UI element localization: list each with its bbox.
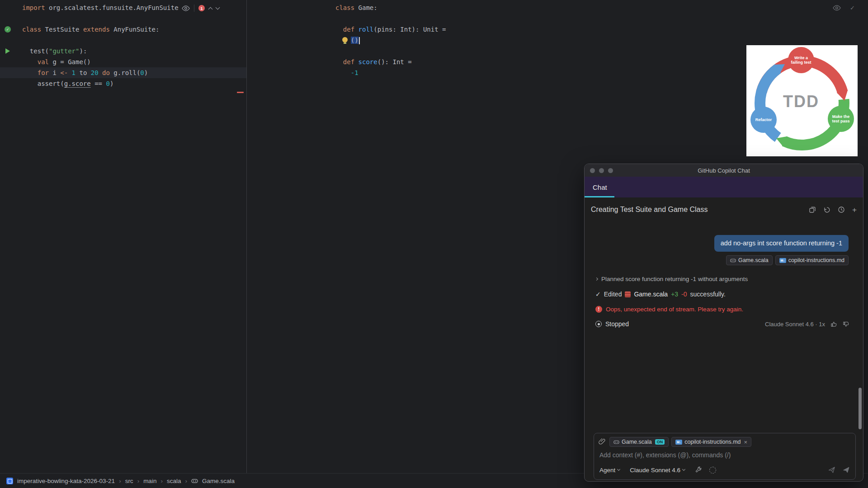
code-line[interactable]: [0, 35, 246, 46]
previous-error-icon[interactable]: [208, 7, 213, 11]
step-planned[interactable]: Planned score function returning -1 with…: [595, 276, 748, 282]
tdd-center-label: TDD: [774, 92, 828, 111]
code-token: assert(: [22, 80, 64, 87]
input-attachments: Game.scala ON M↓ copilot-instructions.md…: [609, 437, 751, 447]
code-token: i: [49, 69, 60, 76]
code-token: score: [354, 58, 377, 66]
diff-removed: -0: [681, 291, 687, 298]
next-error-icon[interactable]: [216, 5, 220, 10]
reader-mode-eye-icon[interactable]: [833, 5, 841, 11]
input-chip-copilot-instructions[interactable]: M↓ copilot-instructions.md ×: [671, 437, 751, 447]
error-count-badge[interactable]: 1: [198, 5, 205, 11]
model-selector[interactable]: Claude Sonnet 4.6: [630, 467, 685, 474]
code-line[interactable]: (): [247, 35, 868, 46]
attach-context-icon[interactable]: [599, 438, 606, 445]
code-token: TestSuite: [41, 26, 83, 33]
code-token: [99, 69, 102, 76]
code-line[interactable]: [247, 13, 868, 24]
breadcrumb-scala[interactable]: scala: [167, 478, 181, 484]
code-token: (): Int =: [377, 58, 412, 66]
thumbs-up-icon[interactable]: [830, 321, 837, 328]
widget-divider: [194, 5, 194, 12]
window-close-icon[interactable]: [590, 168, 595, 173]
usage-circle-icon[interactable]: [709, 467, 716, 474]
test-editor-pane[interactable]: import org.scalatest.funsuite.AnyFunSuit…: [0, 0, 246, 473]
send-icon[interactable]: [843, 466, 850, 474]
code-token: [335, 69, 351, 76]
reader-mode-eye-icon[interactable]: [182, 5, 190, 11]
code-token: [335, 58, 343, 66]
window-minimize-icon[interactable]: [599, 168, 604, 173]
window-zoom-icon[interactable]: [608, 168, 613, 173]
mode-selector[interactable]: Agent: [599, 467, 620, 474]
code-line[interactable]: val g = Game(): [0, 56, 246, 67]
chat-input[interactable]: Add context (#), extensions (@), command…: [599, 451, 731, 459]
breadcrumb-file[interactable]: Game.scala: [202, 478, 235, 484]
attachment-label: copilot-instructions.md: [684, 439, 741, 445]
attachment-label: Game.scala: [622, 439, 652, 445]
code-line[interactable]: class TestSuite extends AnyFunSuite:: [0, 24, 246, 35]
send-outline-icon[interactable]: [828, 466, 835, 474]
code-token: 1: [72, 69, 75, 76]
tab-chat[interactable]: Chat: [593, 183, 607, 191]
remove-attachment-icon[interactable]: ×: [744, 439, 748, 446]
error-icon: !: [595, 306, 602, 313]
input-chip-game-scala[interactable]: Game.scala ON: [609, 437, 669, 447]
undo-icon[interactable]: [823, 206, 830, 213]
code-line[interactable]: class Game:: [247, 2, 868, 13]
code-line[interactable]: assert(g.score == 0): [0, 78, 246, 89]
error-stripe-mark[interactable]: [237, 92, 244, 93]
step-error: ! Oops, unexpected end of stream. Please…: [595, 306, 743, 313]
code-token: [22, 69, 38, 76]
window-controls: [590, 168, 613, 173]
check-icon: ✓: [595, 291, 601, 298]
attachment-label: Game.scala: [738, 257, 769, 263]
code-token: roll: [354, 26, 373, 33]
code-token: do: [102, 69, 110, 76]
code-line[interactable]: for i <- 1 to 20 do g.roll(0): [0, 67, 246, 78]
code-token: g = Game(): [49, 58, 91, 66]
thumbs-down-icon[interactable]: [843, 321, 849, 328]
project-module-icon: [6, 478, 13, 484]
code-line[interactable]: [0, 13, 246, 24]
tdd-node-write-failing-test: Write a failing test: [788, 47, 814, 73]
code-token: [22, 58, 38, 66]
run-test-gutter-icon[interactable]: [5, 48, 10, 54]
stack-icon[interactable]: [809, 206, 816, 213]
active-tab-indicator: [585, 196, 614, 197]
breadcrumb-main[interactable]: main: [143, 478, 156, 484]
code-token: for: [38, 69, 49, 76]
code-line[interactable]: test("gutter"):: [0, 46, 246, 56]
tdd-cycle-diagram: Write a failing test Make the test pass …: [746, 45, 858, 156]
thread-title[interactable]: Creating Test Suite and Game Class: [591, 206, 708, 214]
no-problems-check-icon[interactable]: ✓: [850, 5, 855, 11]
new-chat-icon[interactable]: +: [852, 206, 857, 214]
chat-input-box[interactable]: Game.scala ON M↓ copilot-instructions.md…: [594, 433, 856, 480]
attachment-chip-game-scala[interactable]: Game.scala: [726, 255, 773, 265]
history-icon[interactable]: [838, 206, 845, 213]
copilot-file-icon: [191, 478, 198, 484]
markdown-file-icon: M↓: [675, 440, 682, 445]
copilot-chat-window: GitHub Copilot Chat Chat Creating Test S…: [584, 164, 863, 482]
attachment-chip-copilot-instructions[interactable]: M↓ copilot-instructions.md: [775, 255, 849, 265]
step-stopped: Stopped Claude Sonnet 4.6 · 1x: [595, 320, 849, 328]
chevron-right-icon[interactable]: [595, 277, 598, 281]
code-token: [68, 69, 71, 76]
chat-window-titlebar[interactable]: GitHub Copilot Chat: [585, 164, 863, 177]
breadcrumb-src[interactable]: src: [125, 478, 133, 484]
edited-file-link[interactable]: Game.scala: [634, 291, 668, 298]
stopped-icon: [595, 321, 602, 327]
code-token: 20: [91, 69, 99, 76]
intention-bulb-icon[interactable]: [342, 37, 348, 42]
code-token: extends: [83, 26, 110, 33]
chevron-down-icon: [682, 468, 685, 471]
text-caret: [359, 37, 360, 44]
run-class-gutter-icon[interactable]: [5, 26, 11, 33]
chat-scrollbar-thumb[interactable]: [859, 388, 862, 429]
code-token: val: [38, 58, 49, 66]
code-line[interactable]: def roll(pins: Int): Unit =: [247, 24, 868, 35]
breadcrumb-separator: ›: [137, 478, 140, 484]
code-token: -1: [351, 69, 359, 76]
breadcrumb-project[interactable]: imperative-bowling-kata-2026-03-21: [17, 478, 115, 484]
tools-icon[interactable]: [695, 466, 702, 474]
